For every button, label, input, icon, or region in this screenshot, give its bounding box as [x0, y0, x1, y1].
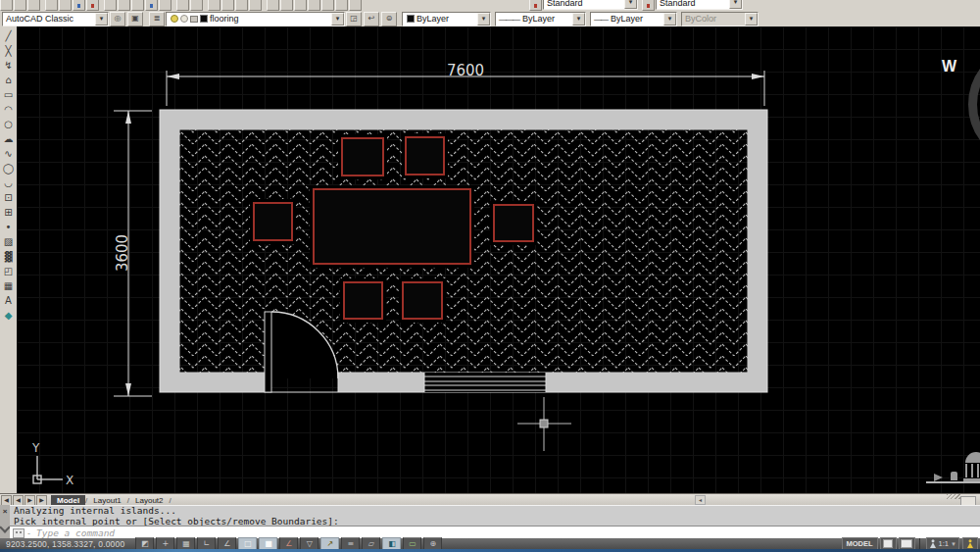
chevron-down-icon[interactable]: ▾ [331, 13, 344, 25]
zoom-previous-icon[interactable] [249, 0, 262, 11]
chair-left[interactable] [253, 202, 293, 241]
chevron-down-icon[interactable]: ▾ [477, 13, 490, 25]
dim-style-combo[interactable]: Standard ▾ [656, 0, 743, 10]
layer-previous-icon[interactable]: ↩ [364, 12, 379, 26]
chevron-down-icon[interactable]: ▾ [624, 0, 637, 9]
window[interactable] [424, 373, 546, 392]
dining-table[interactable] [313, 188, 471, 265]
chevron-down-icon[interactable]: ▾ [729, 0, 742, 9]
polyline-tool[interactable]: ↯ [2, 58, 16, 73]
model-space-canvas[interactable]: Y X 7600 3600 W [17, 26, 980, 493]
pan-icon[interactable] [208, 0, 220, 11]
chevron-down-icon[interactable]: ▾ [663, 13, 676, 25]
ucs-icon[interactable] [33, 456, 63, 483]
redo-icon[interactable] [190, 0, 203, 11]
annotation-scale-value: 1:1 [939, 539, 949, 548]
logo-box-icon [951, 472, 957, 480]
ellipse-arc-tool[interactable]: ◡ [2, 176, 16, 190]
workspace-combo[interactable]: AutoCAD Classic ▾ [2, 12, 109, 26]
tool-palettes-icon[interactable] [294, 0, 307, 11]
linetype-value: ByLayer [522, 14, 555, 24]
chair-bottom-right[interactable] [402, 281, 443, 320]
chevron-down-icon: ▼ [951, 541, 956, 547]
command-history[interactable]: Analyzing internal islands... Pick inter… [10, 505, 980, 527]
linetype-combo[interactable]: ——— ByLayer ▾ [495, 12, 586, 26]
match-properties-icon[interactable] [145, 0, 158, 11]
lineweight-value: ByLayer [611, 14, 643, 24]
polygon-tool[interactable]: ⌂ [2, 73, 16, 87]
chevron-down-icon[interactable]: ▾ [95, 13, 108, 25]
markup-icon[interactable] [321, 0, 334, 11]
additional-tool[interactable]: ◆ [2, 308, 16, 323]
zoom-window-icon[interactable] [235, 0, 248, 11]
block-editor-icon[interactable] [159, 0, 172, 11]
color-combo[interactable]: ByLayer ▾ [402, 12, 491, 26]
tab-layout2[interactable]: Layout2 [129, 495, 169, 506]
chevron-down-icon[interactable]: ▾ [572, 13, 585, 25]
chair-top-left[interactable] [341, 137, 384, 176]
sheetset-icon[interactable] [308, 0, 320, 11]
quickcalc-icon[interactable] [335, 0, 348, 11]
ucs-y-label: Y [31, 441, 40, 455]
spline-tool[interactable]: ∿ [2, 146, 16, 161]
paste-icon[interactable] [131, 0, 144, 11]
designcenter-icon[interactable] [280, 0, 293, 11]
prev-tab-icon[interactable]: ◀ [13, 495, 24, 506]
circle-tool[interactable]: ○ [2, 117, 16, 131]
multiline-text-tool[interactable]: A [2, 293, 16, 308]
new-icon[interactable] [0, 0, 13, 11]
make-object-layer-current-icon[interactable]: ◲ [346, 12, 362, 26]
chair-bottom-left[interactable] [343, 281, 383, 320]
publish-icon[interactable] [73, 0, 85, 11]
save-icon[interactable] [27, 0, 40, 11]
point-tool[interactable]: • [2, 220, 16, 234]
first-tab-icon[interactable]: ◀ [1, 495, 12, 506]
cut-icon[interactable] [104, 0, 117, 11]
lineweight-combo[interactable]: —— ByLayer ▾ [590, 12, 677, 26]
zoom-realtime-icon[interactable] [221, 0, 234, 11]
layer-properties-icon[interactable]: ≣ [149, 12, 165, 26]
region-tool[interactable]: ◰ [2, 264, 16, 278]
close-icon[interactable]: × [0, 507, 10, 516]
insert-block-tool[interactable]: ⊡ [2, 190, 16, 205]
layer-freeze-icon[interactable] [180, 15, 188, 23]
text-style-value: Standard [547, 0, 583, 8]
ellipse-tool[interactable]: ◯ [2, 161, 16, 176]
layer-combo[interactable]: flooring ▾ [166, 12, 345, 26]
workspace-settings-icon[interactable]: ◎ [110, 12, 125, 26]
dim-style-value: Standard [660, 0, 696, 8]
layer-on-icon[interactable] [171, 15, 178, 23]
line-tool[interactable]: ╱ [2, 28, 16, 43]
layer-lock-icon[interactable] [190, 16, 198, 23]
revision-cloud-tool[interactable]: ☁ [2, 131, 16, 146]
gradient-tool[interactable]: ▓ [2, 249, 16, 264]
hatch-tool[interactable]: ▨ [2, 234, 16, 249]
rectangle-tool[interactable]: ▭ [2, 87, 16, 102]
tab-layout1[interactable]: Layout1 [87, 495, 126, 506]
undo-icon[interactable] [176, 0, 189, 11]
table-tool[interactable]: ▦ [2, 278, 16, 293]
color-value: ByLayer [416, 14, 449, 24]
help-icon[interactable] [349, 0, 362, 11]
command-dash: - [27, 528, 30, 538]
next-tab-icon[interactable]: ▶ [24, 495, 35, 506]
chair-top-right[interactable] [405, 136, 445, 176]
resize-grip[interactable] [947, 494, 960, 499]
last-tab-icon[interactable]: ▶ [36, 495, 47, 506]
open-icon[interactable] [14, 0, 26, 11]
tab-model[interactable]: Model [51, 495, 85, 506]
scroll-left-icon[interactable]: ◂ [695, 495, 706, 505]
save-workspace-icon[interactable]: ▣ [127, 12, 143, 26]
copy-icon[interactable] [118, 0, 130, 11]
3dconnexion-icon[interactable] [86, 0, 99, 11]
properties-icon[interactable] [267, 0, 279, 11]
text-style-combo[interactable]: Standard ▾ [543, 0, 638, 10]
make-block-tool[interactable]: ⊞ [2, 205, 16, 220]
plot-icon[interactable] [45, 0, 58, 11]
plot-preview-icon[interactable] [59, 0, 72, 11]
layer-states-icon[interactable]: ⊜ [381, 12, 397, 26]
construction-line-tool[interactable]: ╳ [2, 43, 16, 58]
chair-right[interactable] [493, 204, 534, 242]
door-leaf[interactable] [265, 312, 271, 392]
arc-tool[interactable]: ◠ [2, 102, 16, 117]
